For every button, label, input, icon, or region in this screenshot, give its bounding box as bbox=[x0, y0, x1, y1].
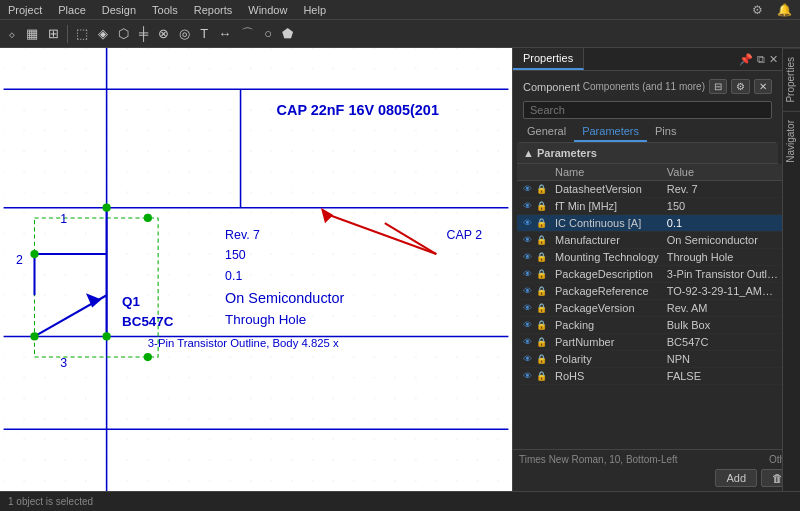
table-row[interactable]: 👁🔒IC Continuous [A]0.1 bbox=[517, 215, 782, 232]
visibility-icon[interactable]: 👁 bbox=[521, 184, 533, 194]
menu-help[interactable]: Help bbox=[299, 2, 330, 18]
svg-text:150: 150 bbox=[225, 248, 246, 262]
toolbar-dim[interactable]: ↔ bbox=[214, 24, 235, 43]
param-value[interactable]: Through Hole bbox=[663, 249, 782, 266]
settings-icon[interactable]: ⚙ bbox=[748, 1, 767, 19]
param-name: Packing bbox=[551, 317, 663, 334]
lock-icon[interactable]: 🔒 bbox=[535, 184, 547, 194]
close-panel-icon[interactable]: ✕ bbox=[769, 53, 778, 66]
vtab-navigator[interactable]: Navigator bbox=[783, 111, 800, 171]
menu-bar: Project Place Design Tools Reports Windo… bbox=[0, 0, 800, 20]
toolbar-arc[interactable]: ⌒ bbox=[237, 23, 258, 45]
filter-button[interactable]: ⊟ bbox=[709, 79, 727, 94]
panel-footer: Times New Roman, 10, Bottom-Left Other A… bbox=[513, 449, 800, 491]
menu-design[interactable]: Design bbox=[98, 2, 140, 18]
table-row[interactable]: 👁🔒PackageReferenceTO-92-3-29-11_AM_SL bbox=[517, 283, 782, 300]
table-row[interactable]: 👁🔒PackageVersionRev. AM bbox=[517, 300, 782, 317]
menu-project[interactable]: Project bbox=[4, 2, 46, 18]
param-value[interactable]: On Semiconductor bbox=[663, 232, 782, 249]
col-icons bbox=[517, 164, 551, 181]
toolbar-net[interactable]: ⊞ bbox=[44, 24, 63, 43]
param-value[interactable]: FALSE bbox=[663, 368, 782, 385]
lock-icon[interactable]: 🔒 bbox=[535, 235, 547, 245]
param-value[interactable]: 150 bbox=[663, 198, 782, 215]
lock-icon[interactable]: 🔒 bbox=[535, 354, 547, 364]
toolbar-bus[interactable]: ╪ bbox=[135, 24, 152, 43]
menu-reports[interactable]: Reports bbox=[190, 2, 237, 18]
add-button[interactable]: Add bbox=[715, 469, 757, 487]
param-value[interactable]: Rev. AM bbox=[663, 300, 782, 317]
visibility-icon[interactable]: 👁 bbox=[521, 320, 533, 330]
visibility-icon[interactable]: 👁 bbox=[521, 371, 533, 381]
table-row[interactable]: 👁🔒DatasheetVersionRev. 7 bbox=[517, 181, 782, 198]
properties-panel: Properties 📌 ⧉ ✕ Component Components (a… bbox=[512, 48, 800, 491]
table-row[interactable]: 👁🔒Mounting TechnologyThrough Hole bbox=[517, 249, 782, 266]
visibility-icon[interactable]: 👁 bbox=[521, 337, 533, 347]
lock-icon[interactable]: 🔒 bbox=[535, 269, 547, 279]
toolbar-component[interactable]: ▦ bbox=[22, 24, 42, 43]
param-value[interactable]: TO-92-3-29-11_AM_SL bbox=[663, 283, 782, 300]
visibility-icon[interactable]: 👁 bbox=[521, 218, 533, 228]
toolbar-filter[interactable]: ⬦ bbox=[4, 24, 20, 43]
table-row[interactable]: 👁🔒ManufacturerOn Semiconductor bbox=[517, 232, 782, 249]
tab-pins[interactable]: Pins bbox=[647, 122, 684, 142]
param-name: Mounting Technology bbox=[551, 249, 663, 266]
row-icons: 👁🔒 bbox=[517, 368, 551, 385]
menu-place[interactable]: Place bbox=[54, 2, 90, 18]
settings-button[interactable]: ⚙ bbox=[731, 79, 750, 94]
toolbar-text[interactable]: T bbox=[196, 24, 212, 43]
lock-icon[interactable]: 🔒 bbox=[535, 201, 547, 211]
menu-tools[interactable]: Tools bbox=[148, 2, 182, 18]
lock-icon[interactable]: 🔒 bbox=[535, 252, 547, 262]
toolbar-via[interactable]: ⊗ bbox=[154, 24, 173, 43]
svg-text:BC547C: BC547C bbox=[122, 314, 174, 329]
toolbar-poly[interactable]: ⬟ bbox=[278, 24, 297, 43]
panel-tab-properties[interactable]: Properties bbox=[513, 48, 584, 70]
param-value[interactable]: BC547C bbox=[663, 334, 782, 351]
toolbar-circle[interactable]: ○ bbox=[260, 24, 276, 43]
param-value[interactable]: 3-Pin Transistor Outline, Body 4.825 x 3… bbox=[663, 266, 782, 283]
svg-point-33 bbox=[30, 332, 38, 340]
visibility-icon[interactable]: 👁 bbox=[521, 269, 533, 279]
visibility-icon[interactable]: 👁 bbox=[521, 303, 533, 313]
lock-icon[interactable]: 🔒 bbox=[535, 286, 547, 296]
param-value[interactable]: Rev. 7 bbox=[663, 181, 782, 198]
row-icons: 👁🔒 bbox=[517, 283, 551, 300]
toolbar-select[interactable]: ◈ bbox=[94, 24, 112, 43]
visibility-icon[interactable]: 👁 bbox=[521, 252, 533, 262]
param-value[interactable]: 0.1 bbox=[663, 215, 782, 232]
param-name: PackageDescription bbox=[551, 266, 663, 283]
toolbar-pad[interactable]: ◎ bbox=[175, 24, 194, 43]
table-row[interactable]: 👁🔒PackageDescription3-Pin Transistor Out… bbox=[517, 266, 782, 283]
table-row[interactable]: 👁🔒PackingBulk Box bbox=[517, 317, 782, 334]
visibility-icon[interactable]: 👁 bbox=[521, 286, 533, 296]
lock-icon[interactable]: 🔒 bbox=[535, 303, 547, 313]
lock-icon[interactable]: 🔒 bbox=[535, 320, 547, 330]
canvas-area[interactable]: CAP 22nF 16V 0805(201 Q1 BC547C bbox=[0, 48, 512, 491]
table-row[interactable]: 👁🔒PartNumberBC547C bbox=[517, 334, 782, 351]
tab-parameters[interactable]: Parameters bbox=[574, 122, 647, 142]
toolbar-route[interactable]: ⬚ bbox=[72, 24, 92, 43]
search-input[interactable] bbox=[523, 101, 772, 119]
visibility-icon[interactable]: 👁 bbox=[521, 201, 533, 211]
visibility-icon[interactable]: 👁 bbox=[521, 235, 533, 245]
lock-icon[interactable]: 🔒 bbox=[535, 218, 547, 228]
param-value[interactable]: Bulk Box bbox=[663, 317, 782, 334]
collapse-button[interactable]: ✕ bbox=[754, 79, 772, 94]
param-value[interactable]: NPN bbox=[663, 351, 782, 368]
table-row[interactable]: 👁🔒PolarityNPN bbox=[517, 351, 782, 368]
menu-window[interactable]: Window bbox=[244, 2, 291, 18]
svg-text:3: 3 bbox=[60, 356, 67, 370]
panel-main-content: Component Components (and 11 more) ⊟ ⚙ ✕… bbox=[513, 71, 782, 449]
vtab-properties[interactable]: Properties bbox=[783, 48, 800, 111]
table-row[interactable]: 👁🔒RoHSFALSE bbox=[517, 368, 782, 385]
tab-general[interactable]: General bbox=[519, 122, 574, 142]
table-row[interactable]: 👁🔒fT Min [MHz]150 bbox=[517, 198, 782, 215]
notification-icon[interactable]: 🔔 bbox=[773, 1, 796, 19]
lock-icon[interactable]: 🔒 bbox=[535, 371, 547, 381]
toolbar-wire[interactable]: ⬡ bbox=[114, 24, 133, 43]
visibility-icon[interactable]: 👁 bbox=[521, 354, 533, 364]
pin-icon[interactable]: 📌 bbox=[739, 53, 753, 66]
lock-icon[interactable]: 🔒 bbox=[535, 337, 547, 347]
popout-icon[interactable]: ⧉ bbox=[757, 53, 765, 66]
